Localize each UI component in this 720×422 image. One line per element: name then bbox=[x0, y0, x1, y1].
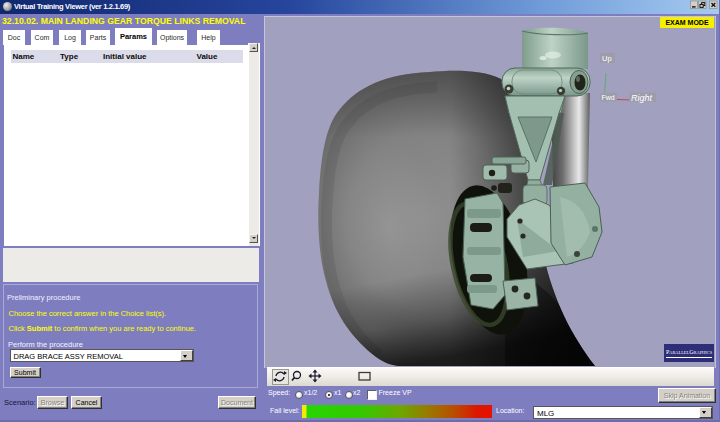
svg-text:Fwd: Fwd bbox=[602, 94, 615, 101]
svg-text:Right: Right bbox=[631, 93, 653, 103]
svg-text:Up: Up bbox=[602, 54, 612, 63]
